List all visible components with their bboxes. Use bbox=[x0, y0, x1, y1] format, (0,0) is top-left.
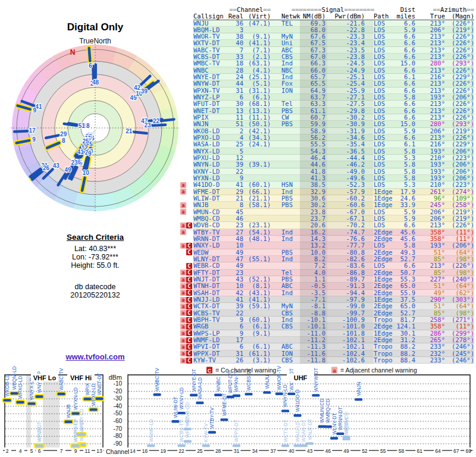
chart-station-label: WPPX-DT bbox=[234, 420, 239, 442]
real-cell: 24 bbox=[228, 74, 243, 80]
nm-cell: 65.7 bbox=[299, 74, 325, 80]
pwr-cell: -101.0 bbox=[334, 323, 365, 330]
pwr-cell: -76.6 bbox=[334, 236, 365, 242]
chart-signal-bar bbox=[220, 418, 228, 421]
dbm-tick-label: -50 bbox=[114, 410, 123, 417]
tr-cell: 96° bbox=[423, 195, 445, 202]
nm-cell: 64.9 bbox=[299, 87, 325, 94]
mi-cell: 6.6 bbox=[393, 114, 415, 121]
chart-signal-bar bbox=[196, 402, 203, 404]
chart-station-label: WCTX-DT bbox=[283, 420, 289, 442]
adjacent-channel-warning-badge: a bbox=[180, 283, 186, 289]
tr-cell: 213° bbox=[423, 108, 445, 114]
chart-signal-bar bbox=[178, 445, 186, 447]
tr-cell: 213° bbox=[423, 87, 445, 94]
tr-cell: 206° bbox=[423, 128, 445, 134]
dbm-axis-label: dBm bbox=[108, 374, 122, 381]
mg-cell: (299°) bbox=[446, 330, 474, 337]
real-cell: 8 bbox=[228, 202, 243, 208]
mi-cell: 49.3 bbox=[393, 249, 415, 256]
co-channel-warning-badge: C bbox=[186, 337, 192, 343]
chart-station-label: WMBC-TV bbox=[155, 368, 160, 392]
real-cell: 27 bbox=[228, 229, 243, 236]
mg-cell: (109°) bbox=[446, 195, 474, 202]
mg-cell: (226°) bbox=[446, 20, 474, 27]
real-cell: 40 bbox=[228, 40, 243, 46]
virt-cell: (24.1) bbox=[245, 141, 271, 148]
nm-cell: -3.5 bbox=[299, 290, 325, 296]
co-channel-warning-badge: C bbox=[186, 283, 192, 289]
chart-signal-bar bbox=[355, 398, 362, 400]
table-row: WTNH-DT10(8.1)ABC-0.5-91.32Edge65.051°(6… bbox=[193, 283, 474, 289]
mi-cell: 55.9 bbox=[393, 290, 415, 296]
virt-cell: (34.1) bbox=[245, 134, 271, 141]
channel-tick-label: 34 bbox=[252, 448, 258, 454]
tr-cell: 280° bbox=[423, 121, 445, 127]
chart-signal-bar bbox=[214, 394, 222, 396]
dbm-tick-label: -40 bbox=[114, 403, 123, 409]
nm-cell: 59.9 bbox=[299, 121, 325, 127]
tr-cell: 213° bbox=[423, 80, 445, 87]
mg-cell: (62°) bbox=[446, 290, 474, 296]
real-cell: 6 bbox=[228, 94, 243, 101]
real-cell: 5 bbox=[228, 148, 243, 155]
pwr-cell: -27.5 bbox=[334, 101, 365, 107]
channel-tick-label: 2 bbox=[6, 448, 9, 454]
nm-cell: -10.1 bbox=[299, 323, 325, 330]
chart-station-label: WASA-LD bbox=[198, 377, 203, 399]
chart-signal-bar bbox=[28, 402, 36, 405]
adjacent-channel-warning-badge: a bbox=[180, 290, 186, 296]
tr-cell: 206° bbox=[423, 215, 445, 222]
mg-cell: (223°) bbox=[446, 181, 474, 188]
tr-cell: 286° bbox=[423, 330, 445, 337]
pwr-cell: -35.4 bbox=[334, 141, 365, 148]
nm-cell: 20.6 bbox=[299, 222, 325, 228]
virt-cell: (23.1) bbox=[245, 222, 271, 228]
chart-signal-bar bbox=[312, 394, 320, 396]
col-true: True bbox=[423, 13, 445, 20]
nm-cell: 41.8 bbox=[299, 168, 325, 175]
mi-cell: 88.2 bbox=[393, 350, 415, 357]
tr-cell: 358° bbox=[423, 229, 445, 236]
mi-cell: 65.0 bbox=[393, 283, 415, 289]
chart-signal-bar bbox=[84, 397, 92, 400]
pwr-cell: -57.9 bbox=[334, 189, 365, 195]
virt-cell: (55.1) bbox=[245, 256, 271, 262]
channel-tick-label: 46 bbox=[325, 448, 331, 454]
nm-cell: 60.7 bbox=[299, 114, 325, 121]
nm-cell: 32.9 bbox=[299, 189, 325, 195]
tr-cell: 213° bbox=[423, 134, 445, 141]
real-cell: 31 bbox=[228, 87, 243, 94]
virt-cell: (9.1) bbox=[245, 33, 271, 40]
chart-station-label: WFUT-DT bbox=[228, 371, 233, 393]
mg-cell: (226°) bbox=[446, 80, 474, 87]
mi-cell: 6.6 bbox=[393, 134, 415, 141]
pwr-cell: -44.4 bbox=[334, 155, 365, 161]
mg-cell: (219°) bbox=[446, 209, 474, 215]
pwr-cell: -70.2 bbox=[334, 222, 365, 228]
real-cell: 9 bbox=[228, 175, 243, 181]
adjacent-channel-warning-badge: a bbox=[180, 243, 186, 249]
nm-cell: 46.4 bbox=[299, 155, 325, 161]
tr-cell: 193° bbox=[423, 175, 445, 181]
virt-cell: (2.1) bbox=[245, 54, 271, 60]
nm-cell: 55.5 bbox=[299, 141, 325, 148]
vhf-gap-band bbox=[43, 375, 60, 447]
mg-cell: (274°) bbox=[446, 189, 474, 195]
pwr-cell: -100.9 bbox=[334, 317, 365, 323]
table-row: WRGB6(6.1)CBS-10.1-101.02Edge124.1358°(1… bbox=[193, 323, 474, 330]
channel-tick-label: 22 bbox=[178, 448, 184, 454]
real-cell: 47 bbox=[228, 256, 243, 262]
chart-signal-bar bbox=[36, 445, 43, 447]
mi-cell: 6.6 bbox=[393, 262, 415, 269]
adjacent-channel-warning-badge: a bbox=[180, 297, 186, 303]
co-channel-warning-badge: C bbox=[186, 324, 192, 330]
virt-cell: (6.1) bbox=[245, 94, 271, 101]
pwr-cell: -23.3 bbox=[334, 33, 365, 40]
pwr-cell: -60.2 bbox=[334, 195, 365, 202]
chart-station-label: WNJB bbox=[66, 404, 71, 418]
pwr-cell: -36.5 bbox=[334, 148, 365, 155]
chart-signal-bar bbox=[281, 409, 289, 412]
mg-cell: (240°) bbox=[446, 276, 474, 283]
channel-tick-label: 11 bbox=[85, 448, 90, 454]
